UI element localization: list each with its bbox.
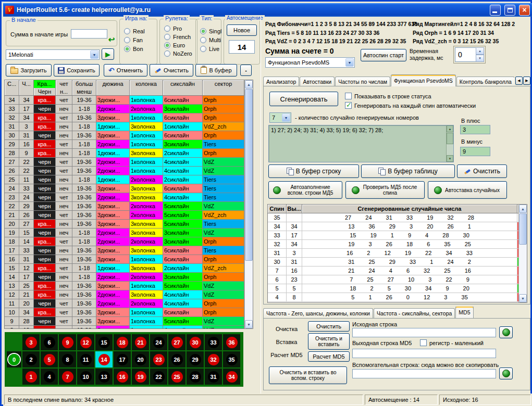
generate-button[interactable]: Сгенерировать [269,92,338,106]
scrollbar-thumb[interactable] [245,89,253,261]
table-row[interactable]: 1512кра...чет1-181дюжи...3колонка2сиклай… [5,264,253,273]
radio-option-euro[interactable]: Euro [160,41,197,49]
bottom-tab-1[interactable]: Частота - Zero, шансы, дюжины, колонки [263,308,373,318]
copy-row-button[interactable]: В буфер строку [268,164,359,178]
board-number-28[interactable]: 28 [187,369,204,385]
table-row[interactable]: 2622чернчет19-362дюжи...1колонка4сиклайн… [5,167,253,175]
delay-value[interactable]: 0 [455,47,476,62]
table-row[interactable]: 3234кра...чет19-363дюжи...1колонка6сикла… [5,113,253,122]
board-number-18[interactable]: 18 [114,334,131,350]
close-button[interactable]: × [519,5,530,16]
table-row[interactable]: 2433черннеч19-363дюжи...3колонка6сиклайн… [5,184,253,193]
board-number-3[interactable]: 3 [22,334,40,350]
board-number-29[interactable]: 29 [187,351,204,367]
history-table-scrollbar[interactable]: ▲ ▼ [244,80,253,328]
board-number-26[interactable]: 26 [168,351,185,367]
auto-generate-checkbox[interactable]: Генерировать на каждый спин автоматическ… [345,102,476,109]
board-number-24[interactable]: 24 [150,334,167,350]
radio-option-nozero[interactable]: NoZero [160,49,197,58]
spin-row[interactable]: 6237 25 27 10 3 22 9- [268,275,527,284]
board-number-32[interactable]: 32 [205,351,222,367]
table-row[interactable]: 2916кра...чет1-182дюжи...1колонка3сиклай… [5,140,253,149]
board-number-8[interactable]: 8 [59,351,76,367]
spin-row[interactable]: 5518 2 5 30 34 9 20+ [268,284,527,293]
spin-row[interactable]: 323419 3 26 18 6 35 25- [268,240,527,249]
column-header[interactable]: С... [5,80,19,96]
board-number-27[interactable]: 27 [168,334,185,350]
board-number-30[interactable]: 30 [187,334,204,350]
table-row[interactable]: 313кра...неч1-181дюжи...3колонка1сиклайн… [5,122,253,131]
spin-row[interactable]: 343413 36 29 3 20 26 1- [268,222,527,231]
table-row[interactable]: 1814кра...чет1-182дюжи...2колонка3сиклай… [5,237,253,246]
board-number-23[interactable]: 23 [150,351,167,367]
scrollbar-thumb[interactable] [519,213,527,245]
bottom-tab-3[interactable]: MD5 [455,307,473,318]
new-autoshift-button[interactable]: Новое [227,24,257,36]
md5-source-input[interactable] [352,328,496,337]
toolbar-button-to-buffer[interactable]: В буфер [195,64,237,77]
scroll-down-icon[interactable]: ▼ [447,155,453,162]
board-number-6[interactable]: 6 [41,334,58,350]
tab-scroll-right-icon[interactable]: ▶ [523,77,530,85]
radio-option-bon[interactable]: Bon [120,44,157,53]
table-row[interactable]: 2229черннеч19-363дюжи...2колонка5сиклайн… [5,202,253,211]
spin-row[interactable]: 31316 2 12 19 22 34 33- [268,249,527,258]
play-button[interactable] [102,48,114,60]
table-row[interactable]: 2324чернчет19-362дюжи...3колонка4сиклайн… [5,193,253,202]
board-number-17[interactable]: 17 [114,351,131,367]
md5-clear-button[interactable]: Очистить [308,321,350,332]
board-number-36[interactable]: 36 [223,334,240,350]
md5-output-input[interactable] [352,349,496,358]
check-md5-button[interactable]: Проверить МД5 после спина [345,181,425,199]
md5-clear-paste-aux-button[interactable]: Очистить и вставить во вспом. строку [269,366,347,384]
output-scrollbar[interactable]: ▲ ▼ [446,125,453,162]
autobet-button[interactable]: Автоставка случайных [428,181,507,199]
board-number-10[interactable]: 10 [77,369,94,385]
spin-row[interactable]: 71621 24 4 6 32 25 16- [268,267,527,275]
table-row[interactable]: 2722чернчет19-362дюжи...1колонка4сиклайн… [5,158,253,167]
table-row[interactable]: 289кра...неч1-181дюжи...3колонка2сиклайн… [5,149,253,158]
clear-output-button[interactable]: Очистить [457,164,507,178]
toolbar-button-save[interactable]: Сохранить [54,64,100,77]
column-header[interactable]: большменш [72,80,96,96]
table-row[interactable]: 1221кра...неч19-362дюжи...3колонка4сикла… [5,290,253,299]
column-header[interactable]: сикслайн [163,80,203,96]
board-number-0[interactable]: 0 [7,351,21,367]
function-select[interactable]: Функционал PsevdoMS ▼ [265,57,355,68]
board-number-31[interactable]: 31 [205,369,222,385]
board-number-15[interactable]: 15 [95,334,113,350]
radio-option-fan[interactable]: Fan [120,35,157,44]
table-row[interactable]: 1417черннеч1-182дюжи...2колонка3сиклайнO… [5,273,253,282]
board-number-35[interactable]: 35 [223,351,240,367]
column-header[interactable]: четн... [56,80,72,96]
spinner-up-icon[interactable]: ▲ [476,47,484,55]
spin-row[interactable]: 3527 24 31 33 19 32 28 [268,213,527,222]
table-row[interactable]: 928чернчет19-363дюжи...1колонка5сиклайнV… [5,317,253,326]
table-row[interactable]: 2126чернчет19-363дюжи...2колонка5сиклайн… [5,211,253,220]
spin-table-scrollbar[interactable]: ▲ ▼ [518,205,527,302]
scrollbar-thumb[interactable] [447,133,453,144]
column-header[interactable]: дюжина [96,80,130,96]
table-row[interactable]: 3031черннеч19-363дюжи...1колонка6сиклайн… [5,131,253,140]
minimize-button[interactable] [490,5,501,16]
column-header[interactable]: колонка [130,80,163,96]
table-row[interactable]: 3434кра...чет19-363дюжи...1колонка6сикла… [5,96,253,105]
board-number-12[interactable]: 12 [77,334,94,350]
board-number-20[interactable]: 20 [132,351,149,367]
radio-option-pro[interactable]: Pro [160,24,197,33]
count-select[interactable]: 7 ▼ [269,112,291,123]
scroll-down-icon[interactable]: ▼ [245,320,253,328]
tab-scroll-left-icon[interactable]: ◀ [515,77,523,85]
spin-row[interactable]: 331715 19 1 9 4 28 30- [268,231,527,240]
md5-calc-button[interactable]: Расчет MD5 [308,351,350,362]
board-number-16[interactable]: 16 [114,369,131,385]
md5-source-action-button[interactable] [499,326,513,338]
start-sum-input[interactable] [71,29,107,39]
tab-5[interactable]: Контроль банкролла [456,77,514,86]
board-number-5[interactable]: 5 [41,351,58,367]
tab-4[interactable]: Функционал PsevdoMS [391,74,456,86]
autofill-md5-button[interactable]: Автозаполнение вспом. строки МД5 [268,181,342,199]
board-number-19[interactable]: 19 [132,369,149,385]
scroll-up-icon[interactable]: ▲ [447,125,453,132]
table-row[interactable]: 1120чернчет19-362дюжи...2колонка4сиклайн… [5,299,253,308]
